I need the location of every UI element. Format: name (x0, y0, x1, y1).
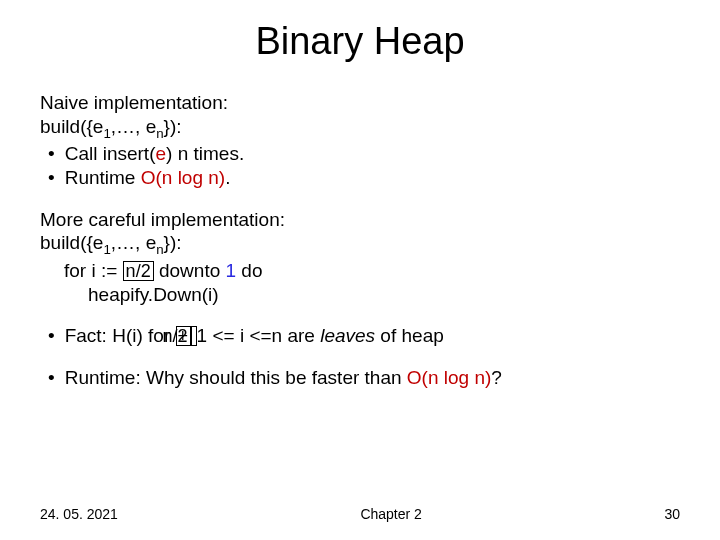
naive-runtime-line: Runtime O(n log n). (40, 166, 680, 190)
naive-block: Naive implementation: build({e1,…, en}):… (40, 91, 680, 190)
for-mid: downto (159, 260, 226, 281)
runtime-question: Runtime: Why should this be faster than … (40, 366, 680, 390)
bullet-icon (48, 325, 65, 346)
cbuild-pre: build({e (40, 232, 103, 253)
call-post: ) n times. (166, 143, 244, 164)
runtime-o: O(n log n) (141, 167, 225, 188)
heapify-line: heapify.Down(i) (40, 283, 680, 307)
footer-date: 24. 05. 2021 (40, 506, 118, 522)
for-pre: for i := (64, 260, 117, 281)
bullet-icon (48, 367, 65, 388)
bullet-icon (48, 167, 65, 188)
fact-line: Fact: H(i) for n/2+1 <= i <=n are leaves… (40, 324, 680, 348)
fact-post: of heap (375, 325, 444, 346)
runtime-pre: Runtime (65, 167, 141, 188)
fact-mid: 1 <= i <=n are (197, 325, 321, 346)
for-line: for i := n/2 downto 1 do (40, 259, 680, 283)
sub-n: n (156, 126, 163, 141)
for-one: 1 (226, 260, 237, 281)
fact-leaves: leaves (320, 325, 375, 346)
build-post: }): (164, 116, 182, 137)
page-title: Binary Heap (40, 20, 680, 63)
careful-block: More careful implementation: build({e1,…… (40, 208, 680, 307)
rq-pre: Runtime: Why should this be faster than (65, 367, 407, 388)
footer: 24. 05. 2021 Chapter 2 30 (0, 506, 720, 522)
rq-post: ? (491, 367, 502, 388)
cbuild-mid: ,…, e (111, 232, 156, 253)
sub-1: 1 (103, 126, 110, 141)
cbuild-post: }): (164, 232, 182, 253)
bullet-icon (48, 143, 65, 164)
build-pre: build({e (40, 116, 103, 137)
naive-call-line: Call insert(e) n times. (40, 142, 680, 166)
naive-heading: Naive implementation: (40, 91, 680, 115)
call-arg: e (155, 143, 166, 164)
csub-n: n (156, 242, 163, 257)
fact-pre: Fact: H(i) for (65, 325, 176, 346)
careful-build-line: build({e1,…, en}): (40, 231, 680, 258)
footer-page: 30 (664, 506, 680, 522)
rq-o: O(n log n) (407, 367, 491, 388)
naive-build-line: build({e1,…, en}): (40, 115, 680, 142)
call-pre: Call insert( (65, 143, 156, 164)
csub-1: 1 (103, 242, 110, 257)
for-post: do (236, 260, 262, 281)
floor-icon: n/2 (123, 261, 154, 281)
slide: Binary Heap Naive implementation: build(… (0, 0, 720, 540)
careful-heading: More careful implementation: (40, 208, 680, 232)
footer-chapter: Chapter 2 (360, 506, 421, 522)
build-mid: ,…, e (111, 116, 156, 137)
runtime-post: . (225, 167, 230, 188)
